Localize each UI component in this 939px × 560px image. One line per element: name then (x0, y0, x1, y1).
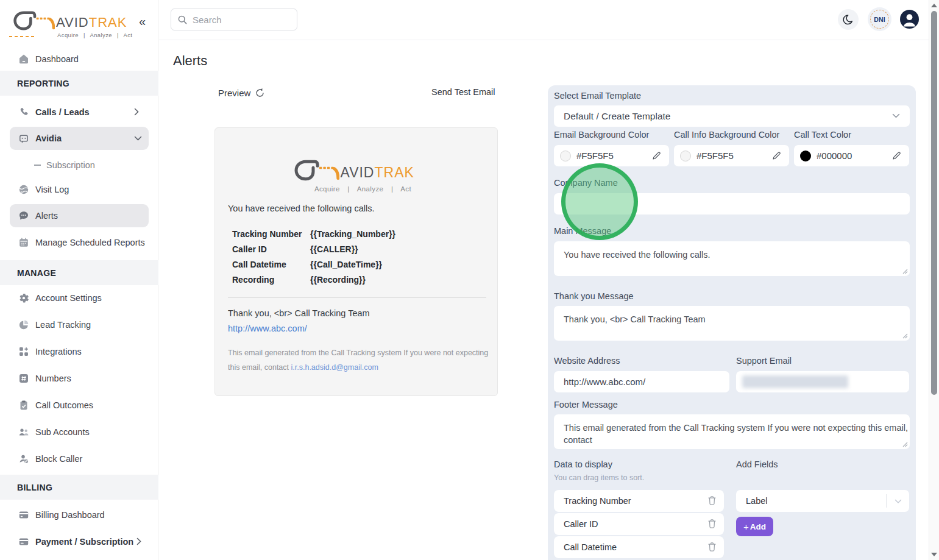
dark-mode-toggle[interactable] (838, 9, 859, 30)
calendar-icon (18, 237, 29, 248)
sidebar-item-calls-leads[interactable]: Calls / Leads (0, 101, 158, 124)
footer-message-label: Footer Message (554, 400, 618, 409)
main-content: Alerts Preview Send Test Email AVIDTRAK … (159, 40, 929, 560)
email-greeting: You have received the following calls. (228, 204, 374, 213)
pie-chart-icon (18, 319, 29, 330)
sidebar-collapse-icon[interactable]: « (139, 15, 146, 29)
brand-logo: AVIDTRAK Acquire | Analyze | Act « (9, 6, 150, 40)
email-thanks: Thank you, <br> Call Tracking Team (228, 308, 370, 318)
chevron-down-icon (895, 499, 902, 504)
divider (886, 494, 887, 508)
sidebar-item-sub-accounts[interactable]: Sub Accounts (0, 420, 158, 444)
sidebar-section-manage: MANAGE (0, 260, 158, 285)
email-bg-color-input[interactable]: #F5F5F5 (554, 145, 669, 166)
color-swatch (560, 151, 571, 161)
phone-icon (18, 107, 29, 118)
page-title: Alerts (173, 53, 207, 69)
profile-button[interactable] (900, 10, 919, 29)
resize-handle[interactable] (902, 269, 908, 274)
sidebar-item-manage-scheduled-reports[interactable]: Manage Scheduled Reports (0, 231, 158, 254)
trash-icon[interactable] (707, 495, 717, 506)
support-email-input[interactable] (736, 371, 909, 392)
divider (228, 297, 486, 298)
gear-icon (18, 292, 29, 303)
pencil-icon[interactable] (892, 151, 901, 160)
sidebar-item-visit-log[interactable]: Visit Log (0, 178, 158, 201)
add-fields-label: Add Fields (736, 459, 778, 469)
website-address-input[interactable] (554, 371, 729, 392)
color-swatch (800, 151, 811, 161)
email-bg-color-label: Email Background Color (554, 130, 649, 140)
pencil-icon[interactable] (652, 151, 661, 160)
sidebar-item-numbers[interactable]: Numbers (0, 367, 158, 390)
sidebar-section-reporting: REPORTING (0, 71, 158, 96)
sidebar-item-dashboard[interactable]: Dashboard (0, 48, 158, 71)
template-select[interactable]: Default / Create Template (554, 105, 910, 127)
chat-dots-icon (18, 210, 29, 221)
website-address-label: Website Address (554, 356, 620, 366)
trash-icon[interactable] (707, 519, 717, 529)
email-contact-link[interactable]: i.r.s.h.adsid.d@gmail.com (291, 363, 378, 372)
scrollbar-thumb[interactable] (931, 11, 937, 395)
email-footer-line2: this email, contact i.r.s.h.adsid.d@gmai… (228, 363, 378, 372)
sidebar-item-alerts[interactable]: Alerts (0, 204, 158, 227)
sidebar-item-account-settings[interactable]: Account Settings (0, 286, 158, 310)
data-item-caller-id[interactable]: Caller ID (554, 513, 724, 535)
dni-button[interactable]: DNI (868, 7, 891, 31)
table-row: Tracking Number{{Tracking_Number}} (232, 229, 395, 244)
sidebar-item-lead-tracking[interactable]: Lead Tracking (0, 313, 158, 336)
dni-badge: DNI (870, 10, 889, 29)
add-field-button[interactable]: +Add (736, 517, 773, 536)
moon-icon (843, 14, 854, 25)
block-user-icon (18, 453, 29, 464)
table-row: Caller ID{{CALLER}} (232, 244, 395, 260)
support-email-label: Support Email (736, 356, 792, 366)
call-info-bg-color-input[interactable]: #F5F5F5 (674, 145, 789, 166)
pencil-icon[interactable] (772, 151, 781, 160)
chevron-down-icon (892, 113, 900, 118)
select-template-label: Select Email Template (554, 91, 641, 101)
data-item-call-datetime[interactable]: Call Datetime (554, 536, 724, 558)
clipboard-check-icon (18, 400, 29, 411)
sidebar-item-payment-subscription[interactable]: Payment / Subscription (0, 530, 158, 553)
chevron-down-icon (134, 136, 142, 141)
call-text-color-label: Call Text Color (794, 130, 851, 140)
home-icon (18, 54, 29, 65)
trash-icon[interactable] (707, 542, 717, 552)
search-input[interactable]: Search (171, 9, 297, 30)
topbar: Search DNI (159, 0, 929, 40)
avidtrak-a-icon (12, 9, 55, 33)
dashed-underline (9, 35, 37, 38)
sidebar-item-subscription[interactable]: Subscription (0, 156, 158, 174)
sidebar-item-block-caller[interactable]: Block Caller (0, 447, 158, 470)
company-name-input[interactable] (554, 193, 910, 214)
window-scrollbar[interactable] (929, 0, 939, 560)
table-row: Recording{{Recording}} (232, 275, 395, 290)
globe-icon (18, 184, 29, 195)
redacted-text (742, 375, 848, 388)
email-website-link[interactable]: http://www.abc.com/ (228, 324, 307, 333)
resize-handle[interactable] (902, 333, 908, 339)
scroll-up-arrow[interactable] (931, 4, 937, 7)
payment-card-icon (18, 536, 29, 547)
call-text-color-input[interactable]: #000000 (794, 145, 909, 166)
integrations-icon (18, 346, 29, 357)
call-info-bg-color-label: Call Info Background Color (674, 130, 779, 140)
data-item-tracking-number[interactable]: Tracking Number (554, 490, 724, 512)
main-message-label: Main Message (554, 226, 611, 236)
thank-you-textarea[interactable]: Thank you, <br> Call Tracking Team (554, 306, 910, 341)
sidebar-item-integrations[interactable]: Integrations (0, 340, 158, 363)
sidebar-item-billing-dashboard[interactable]: Billing Dashboard (0, 503, 158, 526)
sidebar-item-avidia[interactable]: Avidia (0, 127, 158, 150)
app-root: AVIDTRAK Acquire | Analyze | Act « Dashb… (0, 0, 939, 560)
send-test-email-link[interactable]: Send Test Email (431, 87, 495, 97)
sidebar-item-call-outcomes[interactable]: Call Outcomes (0, 394, 158, 417)
footer-message-textarea[interactable]: This email generated from the Call Track… (554, 414, 910, 449)
resize-handle[interactable] (902, 442, 908, 447)
main-message-textarea[interactable]: You have received the following calls. (554, 241, 910, 276)
add-field-select[interactable]: Label (736, 490, 909, 512)
dash-icon (34, 165, 41, 166)
scroll-down-arrow[interactable] (931, 553, 937, 556)
email-fields-table: Tracking Number{{Tracking_Number}} Calle… (232, 229, 395, 290)
preview-refresh[interactable]: Preview (218, 88, 265, 98)
